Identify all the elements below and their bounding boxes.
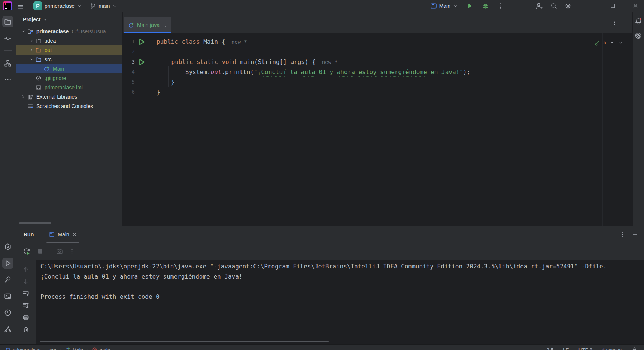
code-text[interactable]: public static void main(String[] args) {… <box>146 57 338 67</box>
lock-open-icon[interactable] <box>631 347 637 350</box>
ai-assistant-icon[interactable] <box>635 33 642 40</box>
code-line-1[interactable]: 1public class Main { new * <box>123 37 632 47</box>
run-configuration-selector[interactable]: Main <box>428 1 461 11</box>
more-icon <box>4 76 12 83</box>
code-line-3[interactable]: 3 public static void main(String[] args)… <box>123 57 632 67</box>
structure-icon <box>4 59 12 67</box>
code-editor[interactable]: 1public class Main { new *23 public stat… <box>123 33 632 226</box>
chevron-down-icon[interactable] <box>20 29 27 34</box>
editor-tab-bar: Main.java <box>123 12 632 33</box>
run-options-icon[interactable] <box>619 231 625 237</box>
horizontal-scrollbar[interactable] <box>19 222 51 224</box>
main-menu-icon[interactable] <box>17 3 24 9</box>
gutter-slot <box>137 77 146 87</box>
folder-icon <box>35 38 42 44</box>
maximize-icon <box>610 3 616 9</box>
tree-item-primeraclase[interactable]: primeraclaseC:\Users\Usua <box>16 27 122 36</box>
tree-item-scratches-and-consoles[interactable]: Scratches and Consoles <box>16 101 122 111</box>
project-tool-button[interactable] <box>2 16 13 27</box>
services-tool-button[interactable] <box>2 241 13 252</box>
console-options-icon[interactable] <box>69 248 75 254</box>
breadcrumb-main[interactable]: Main <box>65 347 83 350</box>
previous-problem-icon[interactable] <box>610 40 615 45</box>
code-line-6[interactable]: 6} <box>123 87 632 97</box>
chevron-right-icon[interactable] <box>20 94 27 99</box>
tab-main-java[interactable]: Main.java <box>124 17 171 33</box>
maximize-button[interactable] <box>604 0 622 12</box>
run-line-icon[interactable] <box>137 37 146 47</box>
chevron-right-icon[interactable] <box>28 47 35 52</box>
intellij-window: P primeraclase main Main <box>0 0 644 350</box>
indent-style[interactable]: 4 spaces <box>602 347 622 350</box>
notifications-bell-icon[interactable] <box>635 18 642 25</box>
breadcrumb-src[interactable]: src <box>49 347 56 350</box>
print-icon[interactable] <box>22 314 29 321</box>
run-line-icon[interactable] <box>137 57 146 67</box>
rerun-icon[interactable] <box>23 248 30 255</box>
tree-item-out[interactable]: out <box>16 45 122 55</box>
breadcrumb-main[interactable]: mmain <box>92 347 110 350</box>
more-tools-button[interactable] <box>2 74 13 85</box>
build-tool-button[interactable] <box>2 274 13 285</box>
soft-wrap-icon[interactable] <box>22 290 29 297</box>
chevron-down-icon[interactable] <box>28 57 35 62</box>
breadcrumbs: primeraclasesrcMainmmain <box>5 347 110 350</box>
terminal-tool-button[interactable] <box>2 291 13 302</box>
clear-console-icon[interactable] <box>22 326 29 333</box>
more-actions-icon[interactable] <box>497 3 504 9</box>
caret-position[interactable]: 3:5 <box>547 347 553 350</box>
structure-tool-button[interactable] <box>2 58 13 69</box>
code-text[interactable]: public class Main { new * <box>146 37 247 47</box>
code-with-me-icon[interactable] <box>535 2 543 10</box>
line-separator[interactable]: LF <box>563 347 569 350</box>
minimize-button[interactable] <box>582 0 599 12</box>
vcs-branch-widget[interactable]: main <box>88 1 120 11</box>
run-config-name: Main <box>439 3 450 9</box>
run-button[interactable] <box>467 3 473 9</box>
close-icon <box>632 3 638 9</box>
run-tab-main[interactable]: Main <box>46 226 79 243</box>
code-text[interactable]: } <box>146 87 160 97</box>
version-control-icon <box>4 325 12 333</box>
code-line-2[interactable]: 2 <box>123 47 632 57</box>
chevron-right-icon[interactable] <box>28 38 35 43</box>
inspections-widget[interactable]: 5 <box>594 37 623 47</box>
file-encoding[interactable]: UTF-8 <box>578 347 592 350</box>
console-line-1: C:\Users\Usuario\.jdks\openjdk-22\bin\ja… <box>40 261 644 271</box>
breadcrumb-primeraclase[interactable]: primeraclase <box>5 347 40 350</box>
gutter-slot <box>137 47 146 57</box>
code-text[interactable]: } <box>146 77 174 87</box>
tree-item-primeraclase-iml[interactable]: primeraclase.iml <box>16 83 122 92</box>
settings-gear-icon[interactable] <box>565 3 571 9</box>
tab-options-icon[interactable] <box>611 20 617 26</box>
search-everywhere-icon[interactable] <box>550 3 557 9</box>
code-text[interactable]: System.out.println("¡Concluí la aula 01 … <box>146 67 470 77</box>
tab-close-icon[interactable] <box>162 23 167 27</box>
minimize-icon <box>587 3 593 9</box>
divider <box>50 248 50 255</box>
run-console[interactable]: C:\Users\Usuario\.jdks\openjdk-22\bin\ja… <box>36 260 644 344</box>
project-widget[interactable]: P primeraclase <box>31 1 85 11</box>
code-line-4[interactable]: 4 System.out.println("¡Concluí la aula 0… <box>123 67 632 77</box>
stop-icon <box>36 248 44 255</box>
iml-file-icon <box>35 85 42 90</box>
next-problem-icon[interactable] <box>618 40 623 45</box>
commit-tool-button[interactable] <box>2 33 13 44</box>
tree-item--gitignore[interactable]: .gitignore <box>16 73 122 83</box>
tree-item--idea[interactable]: .idea <box>16 36 122 45</box>
code-text[interactable] <box>146 47 157 57</box>
tree-item-main[interactable]: Main <box>16 64 122 73</box>
problems-tool-button[interactable] <box>2 307 13 318</box>
close-button[interactable] <box>627 0 644 12</box>
run-tool-button[interactable] <box>2 258 13 269</box>
debug-button[interactable] <box>482 3 489 9</box>
tree-item-external-libraries[interactable]: External Libraries <box>16 92 122 101</box>
project-panel-header[interactable]: Project <box>16 12 122 27</box>
hide-panel-icon[interactable] <box>632 231 638 237</box>
tree-item-src[interactable]: src <box>16 55 122 64</box>
console-horizontal-scrollbar[interactable] <box>40 341 329 342</box>
version-control-tool-button[interactable] <box>2 323 13 335</box>
run-tab-close-icon[interactable] <box>72 232 77 237</box>
code-line-5[interactable]: 5 } <box>123 77 632 87</box>
scroll-to-end-icon[interactable] <box>22 302 29 309</box>
